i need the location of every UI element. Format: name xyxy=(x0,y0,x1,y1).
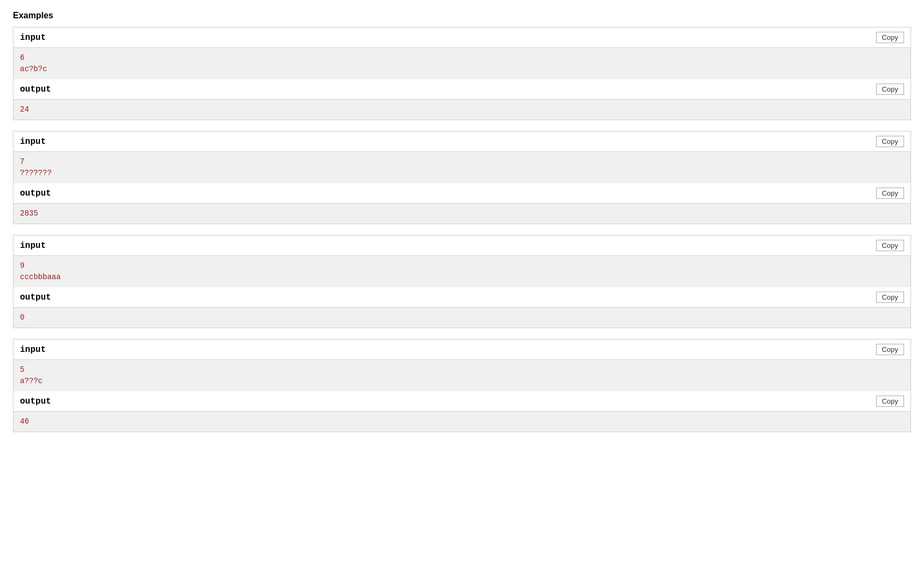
input-header-1: inputCopy xyxy=(13,27,911,48)
output-copy-button-2[interactable]: Copy xyxy=(876,188,904,199)
output-copy-button-1[interactable]: Copy xyxy=(876,84,904,95)
example-block-1: inputCopy6ac?b?coutputCopy24 xyxy=(13,27,911,120)
output-header-2: outputCopy xyxy=(13,183,911,204)
output-label-4: output xyxy=(20,397,51,406)
input-label-4: input xyxy=(20,345,46,355)
output-content-1: 24 xyxy=(13,100,911,120)
output-content-4: 46 xyxy=(13,412,911,432)
page-title: Examples xyxy=(13,11,911,20)
input-copy-button-2[interactable]: Copy xyxy=(876,136,904,147)
input-content-1: 6ac?b?c xyxy=(13,48,911,79)
input-content-3: 9cccbbbaaa xyxy=(13,256,911,287)
input-copy-button-4[interactable]: Copy xyxy=(876,344,904,355)
input-label-1: input xyxy=(20,33,46,43)
input-header-3: inputCopy xyxy=(13,235,911,256)
output-header-1: outputCopy xyxy=(13,79,911,100)
output-header-4: outputCopy xyxy=(13,391,911,412)
output-header-3: outputCopy xyxy=(13,287,911,308)
example-block-3: inputCopy9cccbbbaaaoutputCopy0 xyxy=(13,235,911,328)
output-copy-button-4[interactable]: Copy xyxy=(876,396,904,407)
example-block-4: inputCopy5a???coutputCopy46 xyxy=(13,339,911,432)
input-copy-button-3[interactable]: Copy xyxy=(876,240,904,251)
example-block-2: inputCopy7???????outputCopy2835 xyxy=(13,131,911,224)
output-content-2: 2835 xyxy=(13,204,911,224)
input-content-4: 5a???c xyxy=(13,360,911,391)
output-label-1: output xyxy=(20,85,51,94)
output-content-3: 0 xyxy=(13,308,911,328)
output-label-2: output xyxy=(20,189,51,198)
input-copy-button-1[interactable]: Copy xyxy=(876,32,904,43)
output-label-3: output xyxy=(20,293,51,302)
input-label-3: input xyxy=(20,241,46,251)
input-header-4: inputCopy xyxy=(13,340,911,360)
input-content-2: 7??????? xyxy=(13,152,911,183)
input-header-2: inputCopy xyxy=(13,131,911,152)
input-label-2: input xyxy=(20,137,46,147)
output-copy-button-3[interactable]: Copy xyxy=(876,292,904,303)
